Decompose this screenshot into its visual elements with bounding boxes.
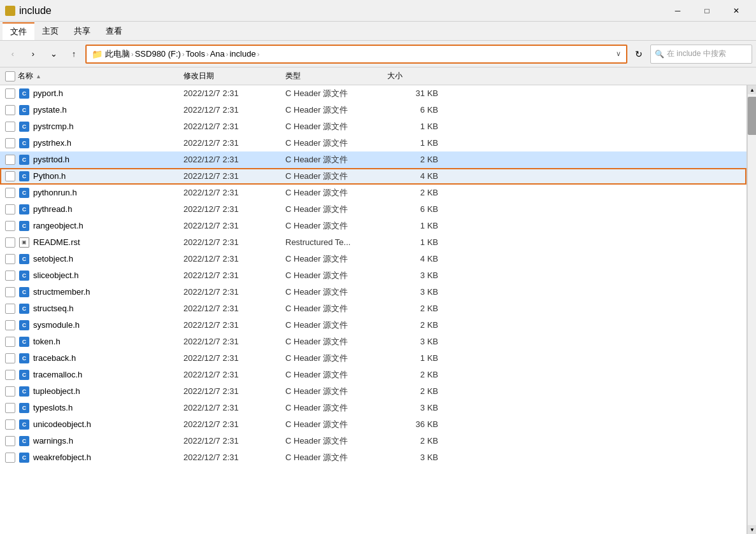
file-size: 3 KB: [387, 287, 438, 297]
file-size: 2 KB: [387, 155, 438, 164]
select-all-checkbox[interactable]: [5, 71, 15, 81]
scrollbar-down-button[interactable]: ▼: [748, 525, 756, 534]
table-row[interactable]: C pythread.h 2022/12/7 2:31 C Header 源文件…: [0, 201, 746, 218]
row-checkbox[interactable]: [5, 353, 15, 363]
c-header-icon: C: [19, 386, 29, 397]
back-button[interactable]: ‹: [4, 45, 22, 63]
table-row[interactable]: C setobject.h 2022/12/7 2:31 C Header 源文…: [0, 251, 746, 267]
file-list[interactable]: C pyport.h 2022/12/7 2:31 C Header 源文件 3…: [0, 85, 747, 534]
col-header-name[interactable]: 名称 ▲: [5, 71, 183, 81]
row-checkbox[interactable]: [5, 287, 15, 297]
table-row[interactable]: C rangeobject.h 2022/12/7 2:31 C Header …: [0, 218, 746, 234]
search-box[interactable]: 🔍 在 include 中搜索: [650, 45, 752, 64]
file-name: pystrtod.h: [33, 155, 69, 164]
row-checkbox[interactable]: [5, 221, 15, 231]
row-checkbox[interactable]: [5, 370, 15, 380]
row-checkbox[interactable]: [5, 386, 15, 397]
row-checkbox[interactable]: [5, 155, 15, 165]
table-row[interactable]: C tupleobject.h 2022/12/7 2:31 C Header …: [0, 383, 746, 400]
row-checkbox[interactable]: [5, 320, 15, 330]
file-size: 31 KB: [387, 88, 438, 98]
row-checkbox[interactable]: [5, 254, 15, 264]
row-checkbox[interactable]: [5, 88, 15, 99]
file-size: 6 KB: [387, 204, 438, 214]
file-type: C Header 源文件: [285, 220, 387, 232]
address-dropdown-button[interactable]: ∨: [616, 50, 621, 58]
table-row[interactable]: C structmember.h 2022/12/7 2:31 C Header…: [0, 284, 746, 300]
refresh-button[interactable]: ↻: [630, 45, 648, 63]
c-header-icon: C: [19, 221, 29, 231]
forward-button[interactable]: ›: [24, 45, 42, 63]
table-row[interactable]: C unicodeobject.h 2022/12/7 2:31 C Heade…: [0, 416, 746, 433]
row-checkbox[interactable]: [5, 122, 15, 132]
table-row[interactable]: C structseq.h 2022/12/7 2:31 C Header 源文…: [0, 300, 746, 317]
row-checkbox[interactable]: [5, 453, 15, 463]
table-row[interactable]: C pystrtod.h 2022/12/7 2:31 C Header 源文件…: [0, 151, 746, 168]
file-type: C Header 源文件: [285, 121, 387, 132]
breadcrumb-include: include: [229, 49, 255, 59]
table-row[interactable]: C sysmodule.h 2022/12/7 2:31 C Header 源文…: [0, 317, 746, 334]
title-bar-left: include: [5, 5, 52, 17]
minimize-button[interactable]: ─: [663, 0, 692, 22]
file-list-inner: C pyport.h 2022/12/7 2:31 C Header 源文件 3…: [0, 85, 746, 466]
up-button[interactable]: ↑: [65, 45, 83, 63]
table-row[interactable]: C tracemalloc.h 2022/12/7 2:31 C Header …: [0, 367, 746, 383]
table-row[interactable]: C Python.h 2022/12/7 2:31 C Header 源文件 4…: [0, 168, 746, 185]
row-checkbox[interactable]: [5, 304, 15, 314]
file-type: C Header 源文件: [285, 253, 387, 265]
row-checkbox[interactable]: [5, 188, 15, 198]
row-checkbox[interactable]: [5, 271, 15, 281]
recent-locations-button[interactable]: ⌄: [45, 45, 62, 63]
col-header-size[interactable]: 大小: [387, 71, 438, 81]
col-header-date[interactable]: 修改日期: [183, 71, 285, 81]
ribbon-tab-share[interactable]: 共享: [66, 23, 98, 39]
row-checkbox[interactable]: [5, 138, 15, 148]
file-name-col: C tupleobject.h: [5, 386, 183, 397]
ribbon-tab-home[interactable]: 主页: [34, 23, 66, 39]
file-date: 2022/12/7 2:31: [183, 370, 285, 379]
table-row[interactable]: C sliceobject.h 2022/12/7 2:31 C Header …: [0, 267, 746, 284]
address-bar[interactable]: 📁 此电脑 › SSD980 (F:) › Tools › Ana › incl…: [85, 45, 627, 64]
file-name: pystrhex.h: [33, 138, 71, 148]
ribbon-tab-view[interactable]: 查看: [98, 23, 130, 39]
file-type: C Header 源文件: [285, 353, 387, 364]
row-checkbox[interactable]: [5, 204, 15, 214]
sep-3: ›: [206, 50, 209, 58]
main-area: C pyport.h 2022/12/7 2:31 C Header 源文件 3…: [0, 85, 756, 534]
row-checkbox[interactable]: [5, 436, 15, 446]
row-checkbox[interactable]: [5, 419, 15, 430]
file-size: 1 KB: [387, 122, 438, 131]
file-type: C Header 源文件: [285, 435, 387, 447]
table-row[interactable]: C pystate.h 2022/12/7 2:31 C Header 源文件 …: [0, 102, 746, 118]
close-button[interactable]: ✕: [722, 0, 751, 22]
row-checkbox[interactable]: [5, 337, 15, 347]
maximize-button[interactable]: □: [692, 0, 722, 22]
nav-bar: ‹ › ⌄ ↑ 📁 此电脑 › SSD980 (F:) › Tools › An…: [0, 41, 756, 67]
file-size: 1 KB: [387, 138, 438, 148]
table-row[interactable]: C pystrhex.h 2022/12/7 2:31 C Header 源文件…: [0, 135, 746, 151]
file-name-col: C weakrefobject.h: [5, 453, 183, 463]
row-checkbox[interactable]: [5, 403, 15, 413]
col-header-type[interactable]: 类型: [285, 71, 387, 81]
row-checkbox[interactable]: [5, 105, 15, 115]
file-name: tupleobject.h: [33, 386, 80, 396]
ribbon-tab-file[interactable]: 文件: [3, 22, 34, 40]
file-size: 3 KB: [387, 453, 438, 462]
table-row[interactable]: C traceback.h 2022/12/7 2:31 C Header 源文…: [0, 350, 746, 367]
scrollbar[interactable]: ▲ ▼: [747, 85, 756, 534]
row-checkbox[interactable]: [5, 237, 15, 248]
table-row[interactable]: C pystrcmp.h 2022/12/7 2:31 C Header 源文件…: [0, 118, 746, 135]
table-row[interactable]: ▣ README.rst 2022/12/7 2:31 Restructured…: [0, 234, 746, 251]
c-header-icon: C: [19, 337, 29, 347]
table-row[interactable]: C token.h 2022/12/7 2:31 C Header 源文件 3 …: [0, 334, 746, 350]
table-row[interactable]: C warnings.h 2022/12/7 2:31 C Header 源文件…: [0, 433, 746, 449]
row-checkbox[interactable]: [5, 171, 15, 181]
table-row[interactable]: C typeslots.h 2022/12/7 2:31 C Header 源文…: [0, 400, 746, 416]
table-row[interactable]: C weakrefobject.h 2022/12/7 2:31 C Heade…: [0, 449, 746, 466]
c-header-icon: C: [19, 453, 29, 463]
scrollbar-thumb[interactable]: [748, 97, 756, 135]
table-row[interactable]: C pyport.h 2022/12/7 2:31 C Header 源文件 3…: [0, 85, 746, 102]
scrollbar-up-button[interactable]: ▲: [748, 85, 756, 94]
file-type: Restructured Te...: [285, 237, 387, 247]
table-row[interactable]: C pythonrun.h 2022/12/7 2:31 C Header 源文…: [0, 185, 746, 201]
